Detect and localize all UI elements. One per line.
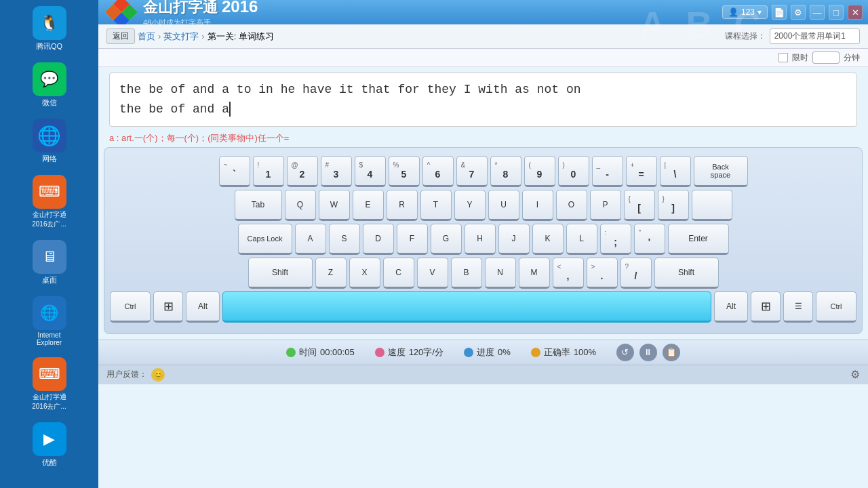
status-time: 时间 00:00:05 (286, 346, 355, 359)
key-g[interactable]: G (431, 224, 462, 255)
key-5[interactable]: %5 (389, 156, 420, 187)
key-backspace[interactable]: Backspace (694, 156, 748, 187)
key-row-5: Ctrl ⊞ Alt Alt ⊞ ☰ Ctrl (110, 291, 856, 323)
abc-decoration: A B C (639, 3, 766, 47)
key-quote[interactable]: "' (634, 224, 665, 255)
key-e[interactable]: E (353, 190, 384, 221)
progress-dot (464, 348, 473, 357)
sidebar-item-wechat[interactable]: 💬 微信 (19, 60, 80, 110)
breadcrumb-english[interactable]: 英文打字 (163, 30, 199, 43)
sidebar-item-youku[interactable]: ▶ 优酷 (19, 420, 80, 470)
key-f[interactable]: F (397, 224, 428, 255)
key-1[interactable]: !1 (253, 156, 284, 187)
time-limit-input[interactable] (812, 52, 840, 64)
key-y[interactable]: Y (454, 190, 486, 221)
key-3[interactable]: #3 (321, 156, 352, 187)
key-t[interactable]: T (420, 190, 452, 221)
word-definition: a : art.一(个)；每一(个)；(同类事物中)任一个= (109, 132, 857, 144)
minimize-button[interactable]: — (810, 5, 825, 20)
key-ctrl-left[interactable]: Ctrl (110, 291, 151, 323)
key-tilde[interactable]: ~` (219, 156, 250, 187)
key-comma[interactable]: <, (553, 258, 584, 289)
pause-button[interactable]: ⏸ (639, 344, 657, 361)
key-2[interactable]: @2 (287, 156, 318, 187)
key-u[interactable]: U (488, 190, 519, 221)
key-period[interactable]: >. (587, 258, 618, 289)
sidebar-item-desktop[interactable]: 🖥 桌面 (19, 237, 80, 288)
sidebar: 🐧 腾讯QQ 💬 微信 🌐 网络 ⌨ 金山打字通2016去广... 🖥 桌面 🌐… (0, 0, 98, 488)
key-shift-right[interactable]: Shift (654, 258, 719, 289)
key-b[interactable]: B (451, 258, 482, 289)
typed-portion: the be of and a (119, 100, 229, 119)
key-backslash[interactable]: |\ (660, 156, 691, 187)
key-0[interactable]: )0 (558, 156, 589, 187)
key-4[interactable]: $4 (355, 156, 386, 187)
key-n[interactable]: N (485, 258, 516, 289)
notes-button[interactable]: 📋 (663, 344, 680, 361)
key-a[interactable]: A (295, 224, 326, 255)
sidebar-item-qq[interactable]: 🐧 腾讯QQ (19, 3, 80, 54)
key-s[interactable]: S (329, 224, 360, 255)
key-alt-right[interactable]: Alt (714, 291, 748, 323)
key-v[interactable]: V (417, 258, 448, 289)
course-select-dropdown[interactable]: 2000个最常用单词1 (770, 28, 860, 44)
key-z[interactable]: Z (315, 258, 347, 289)
key-w[interactable]: W (319, 190, 350, 221)
speed-value: 120字/分 (409, 346, 443, 359)
key-enter[interactable]: Enter (668, 224, 729, 255)
sidebar-item-network[interactable]: 🌐 网络 (19, 116, 80, 167)
settings-gear-icon[interactable]: ⚙ (850, 368, 860, 381)
key-menu[interactable]: ☰ (783, 291, 813, 323)
key-k[interactable]: K (532, 224, 564, 255)
key-o[interactable]: O (556, 190, 587, 221)
key-enter-top[interactable] (692, 190, 732, 221)
key-q[interactable]: Q (285, 190, 316, 221)
key-i[interactable]: I (522, 190, 553, 221)
key-j[interactable]: J (498, 224, 530, 255)
key-p[interactable]: P (590, 190, 621, 221)
key-alt-left[interactable]: Alt (186, 291, 220, 323)
restart-button[interactable]: ↺ (616, 344, 634, 361)
time-limit-checkbox[interactable] (778, 53, 788, 62)
key-m[interactable]: M (519, 258, 550, 289)
key-tab[interactable]: Tab (235, 190, 282, 221)
breadcrumb-home[interactable]: 首页 (138, 30, 155, 43)
sidebar-item-ie[interactable]: 🌐 InternetExplorer (19, 293, 80, 349)
breadcrumb-current: 第一关: 单词练习 (208, 30, 274, 43)
key-shift-left[interactable]: Shift (248, 258, 313, 289)
key-rbracket[interactable]: }] (658, 190, 689, 221)
time-unit-label: 分钟 (844, 52, 860, 64)
sidebar-item-jinshantyping[interactable]: ⌨ 金山打字通2016去广... (19, 172, 80, 232)
key-capslock[interactable]: Caps Lock (238, 224, 292, 255)
key-slash[interactable]: ?/ (620, 258, 652, 289)
feedback-icon[interactable]: 😊 (151, 368, 165, 382)
typing-area[interactable]: the be of and a to in he have it that fo… (109, 73, 857, 127)
key-x[interactable]: X (349, 258, 380, 289)
key-space[interactable] (222, 291, 711, 323)
key-8[interactable]: *8 (490, 156, 521, 187)
key-r[interactable]: R (387, 190, 418, 221)
time-dot (286, 348, 296, 357)
key-6[interactable]: ^6 (422, 156, 454, 187)
doc-icon[interactable]: 📄 (772, 5, 787, 20)
maximize-button[interactable]: □ (829, 5, 844, 20)
key-semicolon[interactable]: :; (600, 224, 631, 255)
key-c[interactable]: C (383, 258, 414, 289)
key-d[interactable]: D (363, 224, 394, 255)
key-lbracket[interactable]: {[ (624, 190, 655, 221)
key-9[interactable]: (9 (524, 156, 555, 187)
key-ctrl-right[interactable]: Ctrl (816, 291, 856, 323)
key-h[interactable]: H (465, 224, 496, 255)
key-win-right[interactable]: ⊞ (751, 291, 781, 323)
close-button[interactable]: ✕ (848, 5, 863, 20)
key-7[interactable]: &7 (456, 156, 488, 187)
status-controls: ↺ ⏸ 📋 (616, 344, 680, 361)
key-equals[interactable]: += (626, 156, 657, 187)
key-minus[interactable]: _- (592, 156, 623, 187)
back-button[interactable]: 返回 (106, 28, 135, 44)
key-win-left[interactable]: ⊞ (153, 291, 183, 323)
breadcrumb-sep-1: › (158, 31, 161, 41)
sidebar-item-jinshantyping2[interactable]: ⌨ 金山打字通2016去广... (19, 354, 80, 414)
key-l[interactable]: L (566, 224, 597, 255)
settings-icon[interactable]: ⚙ (791, 5, 806, 20)
